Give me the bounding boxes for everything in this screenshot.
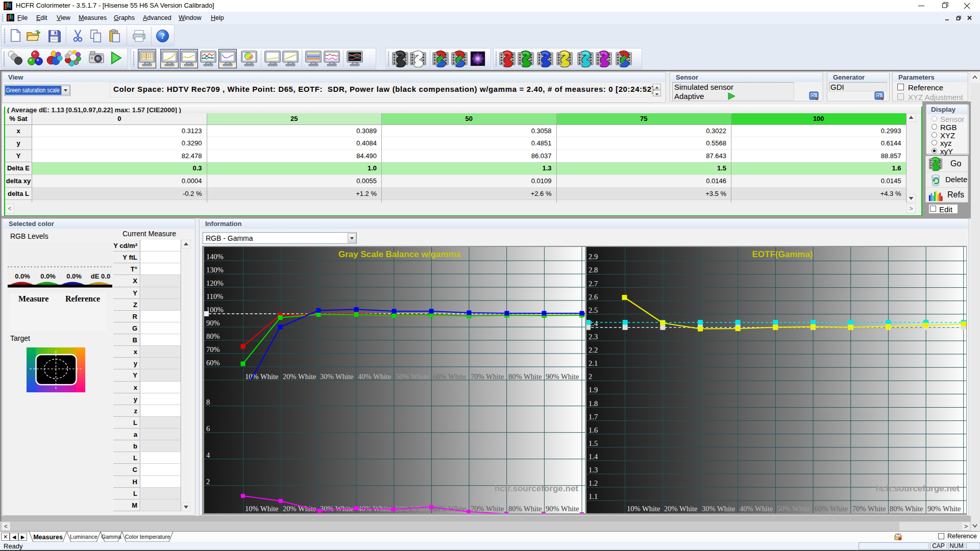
svg-text:60% White: 60% White (433, 505, 466, 513)
svg-text:hcfr.sourceforge.net: hcfr.sourceforge.net (495, 484, 579, 493)
svg-text:2: 2 (589, 372, 592, 381)
svg-text:1.7: 1.7 (589, 413, 598, 421)
svg-text:Measures: Measures (33, 534, 63, 541)
svg-text:EOTF(Gamma): EOTF(Gamma) (752, 249, 813, 259)
svg-text:2.8: 2.8 (589, 266, 598, 274)
svg-text:6: 6 (206, 424, 210, 433)
svg-text:2: 2 (206, 478, 210, 486)
svg-text:1.1: 1.1 (589, 492, 598, 500)
svg-text:40% White: 40% White (740, 505, 773, 513)
svg-text:1.4: 1.4 (589, 453, 598, 461)
svg-text:50% White: 50% White (777, 505, 810, 513)
svg-text:2.5: 2.5 (589, 306, 598, 314)
svg-text:2.6: 2.6 (589, 293, 598, 301)
svg-text:1.6: 1.6 (589, 426, 598, 434)
svg-text:dE 0.0: dE 0.0 (91, 272, 110, 280)
svg-text:90% White: 90% White (927, 505, 961, 513)
svg-text:40% White: 40% White (358, 372, 391, 381)
svg-text:8: 8 (206, 398, 210, 406)
svg-text:1.8: 1.8 (589, 399, 598, 408)
svg-text:2.7: 2.7 (589, 280, 598, 288)
svg-text:4: 4 (206, 451, 210, 459)
svg-text:90%: 90% (206, 319, 220, 327)
svg-text:Gamma: Gamma (101, 534, 121, 540)
svg-text:70% White: 70% White (852, 505, 886, 513)
svg-text:30% White: 30% White (702, 505, 735, 513)
svg-text:1.2: 1.2 (589, 479, 598, 487)
svg-text:140%: 140% (206, 253, 224, 261)
svg-text:80% White: 80% White (508, 372, 542, 381)
svg-text:Luminance: Luminance (70, 534, 97, 540)
svg-text:50% White: 50% White (396, 372, 429, 381)
svg-text:Color temperature: Color temperature (125, 534, 170, 540)
svg-text:Gray Scale Balance w/gamma: Gray Scale Balance w/gamma (338, 249, 461, 259)
svg-text:?: ? (160, 31, 164, 41)
svg-text:0.0%: 0.0% (15, 272, 30, 280)
svg-text:1.5: 1.5 (589, 439, 598, 447)
svg-text:20% White: 20% White (664, 505, 697, 513)
svg-text:60% White: 60% White (815, 505, 848, 513)
svg-text:20% White: 20% White (283, 372, 316, 381)
svg-text:70%: 70% (206, 345, 220, 354)
svg-text:0.0%: 0.0% (40, 272, 56, 280)
svg-text:80% White: 80% White (890, 505, 923, 513)
svg-text:90% White: 90% White (546, 372, 579, 381)
svg-text:90% White: 90% White (546, 505, 579, 513)
svg-text:2.1: 2.1 (589, 359, 598, 367)
svg-text:10% White: 10% White (627, 505, 660, 513)
svg-text:120%: 120% (206, 279, 224, 287)
svg-text:60% White: 60% White (433, 372, 466, 381)
svg-text:100%: 100% (206, 306, 224, 314)
svg-text:1.3: 1.3 (589, 466, 598, 474)
svg-text:2.9: 2.9 (589, 253, 598, 261)
svg-text:80% White: 80% White (508, 505, 542, 513)
svg-text:70% White: 70% White (471, 505, 504, 513)
svg-text:10% White: 10% White (245, 505, 278, 513)
svg-text:130%: 130% (206, 266, 224, 274)
svg-text:80%: 80% (206, 332, 220, 340)
svg-text:1.9: 1.9 (589, 386, 598, 394)
svg-text:2.3: 2.3 (589, 333, 598, 341)
svg-text:70% White: 70% White (471, 372, 504, 381)
svg-text:60%: 60% (206, 359, 220, 367)
svg-text:10% White: 10% White (245, 372, 278, 381)
svg-text:30% White: 30% White (320, 372, 353, 381)
svg-text:0.0%: 0.0% (66, 272, 82, 280)
svg-text:2.2: 2.2 (589, 346, 598, 354)
svg-text:110%: 110% (206, 292, 223, 300)
svg-text:hcfr.sourceforge.net: hcfr.sourceforge.net (876, 484, 960, 493)
